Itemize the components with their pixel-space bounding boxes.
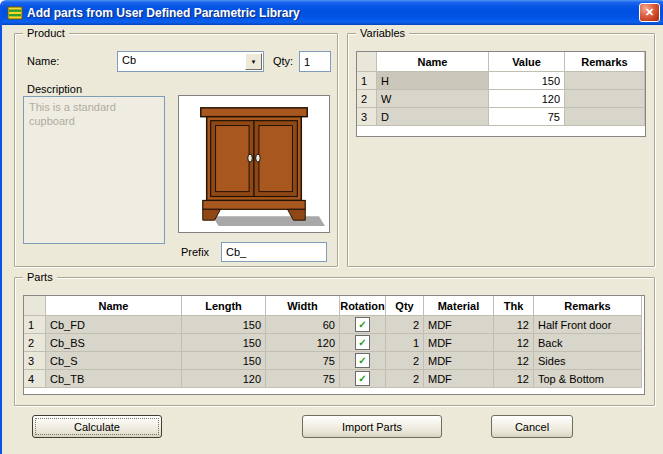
variable-value-cell[interactable]: 150 bbox=[489, 72, 565, 90]
parts-grid: Name Length Width Rotation Qty Material … bbox=[23, 295, 645, 395]
part-thk-cell[interactable]: 12 bbox=[494, 334, 534, 352]
part-rotation-cell[interactable]: ✓ bbox=[340, 352, 386, 370]
window-title: Add parts from User Defined Parametric L… bbox=[27, 6, 635, 20]
part-material-cell[interactable]: MDF bbox=[424, 352, 494, 370]
part-thk-cell[interactable]: 12 bbox=[494, 370, 534, 388]
row-number: 2 bbox=[357, 90, 377, 108]
prefix-label: Prefix bbox=[181, 246, 209, 258]
part-name-cell[interactable]: Cb_S bbox=[46, 352, 182, 370]
row-number: 3 bbox=[357, 108, 377, 126]
product-name-combobox[interactable]: Cb ▼ bbox=[117, 51, 264, 72]
name-label: Name: bbox=[27, 55, 59, 67]
variable-remarks-cell[interactable] bbox=[565, 72, 645, 90]
part-qty-cell[interactable]: 2 bbox=[386, 370, 424, 388]
part-rotation-cell[interactable]: ✓ bbox=[340, 334, 386, 352]
variables-col-remarks: Remarks bbox=[565, 52, 645, 72]
variable-name-cell[interactable]: D bbox=[377, 108, 489, 126]
part-qty-cell[interactable]: 2 bbox=[386, 316, 424, 334]
part-name-cell[interactable]: Cb_TB bbox=[46, 370, 182, 388]
part-length-cell[interactable]: 150 bbox=[182, 352, 266, 370]
row-number: 1 bbox=[24, 316, 46, 334]
rotation-checkbox[interactable]: ✓ bbox=[355, 317, 370, 332]
part-thk-cell[interactable]: 12 bbox=[494, 352, 534, 370]
title-bar[interactable]: Add parts from User Defined Parametric L… bbox=[2, 0, 663, 25]
part-width-cell[interactable]: 75 bbox=[266, 352, 340, 370]
parts-group-label: Parts bbox=[23, 271, 57, 283]
part-rotation-cell[interactable]: ✓ bbox=[340, 370, 386, 388]
variable-remarks-cell[interactable] bbox=[565, 108, 645, 126]
product-image-panel bbox=[178, 95, 330, 233]
rotation-checkbox[interactable]: ✓ bbox=[355, 371, 370, 386]
parts-col-remarks: Remarks bbox=[534, 296, 642, 316]
close-button[interactable]: ✕ bbox=[639, 3, 660, 22]
row-number: 1 bbox=[357, 72, 377, 90]
variables-group: Variables Name Value Remarks 1 H 150 2 W… bbox=[347, 33, 655, 267]
app-icon bbox=[7, 5, 23, 21]
combobox-value[interactable]: Cb bbox=[118, 52, 244, 71]
grid-corner-cell bbox=[357, 52, 377, 72]
row-number: 2 bbox=[24, 334, 46, 352]
part-remarks-cell[interactable]: Top & Bottom bbox=[534, 370, 642, 388]
row-number: 4 bbox=[24, 370, 46, 388]
calculate-button[interactable]: Calculate bbox=[32, 415, 162, 438]
cancel-button[interactable]: Cancel bbox=[491, 415, 573, 438]
product-group: Product Name: Cb ▼ Qty: Description This… bbox=[14, 33, 338, 267]
part-width-cell[interactable]: 75 bbox=[266, 370, 340, 388]
variables-col-name: Name bbox=[377, 52, 489, 72]
rotation-checkbox[interactable]: ✓ bbox=[355, 335, 370, 350]
part-rotation-cell[interactable]: ✓ bbox=[340, 316, 386, 334]
part-length-cell[interactable]: 120 bbox=[182, 370, 266, 388]
close-icon: ✕ bbox=[645, 7, 654, 18]
part-material-cell[interactable]: MDF bbox=[424, 316, 494, 334]
variable-value-cell[interactable]: 75 bbox=[489, 108, 565, 126]
qty-label: Qty: bbox=[273, 55, 293, 67]
variable-remarks-cell[interactable] bbox=[565, 90, 645, 108]
rotation-checkbox[interactable]: ✓ bbox=[355, 353, 370, 368]
parts-col-thk: Thk bbox=[494, 296, 534, 316]
part-material-cell[interactable]: MDF bbox=[424, 334, 494, 352]
part-material-cell[interactable]: MDF bbox=[424, 370, 494, 388]
prefix-input[interactable] bbox=[221, 242, 327, 262]
description-box: This is a standard cupboard bbox=[23, 96, 165, 244]
part-remarks-cell[interactable]: Back bbox=[534, 334, 642, 352]
part-remarks-cell[interactable]: Half Front door bbox=[534, 316, 642, 334]
row-number: 3 bbox=[24, 352, 46, 370]
part-qty-cell[interactable]: 2 bbox=[386, 352, 424, 370]
parts-group: Parts Name Length Width Rotation Qty Mat… bbox=[14, 277, 655, 406]
parts-col-name: Name bbox=[46, 296, 182, 316]
dialog-window: Add parts from User Defined Parametric L… bbox=[0, 0, 663, 454]
variables-grid: Name Value Remarks 1 H 150 2 W 120 3 D 7… bbox=[356, 51, 646, 137]
part-name-cell[interactable]: Cb_FD bbox=[46, 316, 182, 334]
parts-col-length: Length bbox=[182, 296, 266, 316]
parts-col-qty: Qty bbox=[386, 296, 424, 316]
part-width-cell[interactable]: 60 bbox=[266, 316, 340, 334]
product-group-label: Product bbox=[23, 27, 69, 39]
variable-name-cell[interactable]: H bbox=[377, 72, 489, 90]
parts-col-rotation: Rotation bbox=[340, 296, 386, 316]
import-parts-button[interactable]: Import Parts bbox=[302, 415, 442, 438]
description-label: Description bbox=[27, 83, 82, 95]
part-length-cell[interactable]: 150 bbox=[182, 316, 266, 334]
parts-col-material: Material bbox=[424, 296, 494, 316]
combobox-dropdown-button[interactable]: ▼ bbox=[245, 53, 262, 70]
variables-group-label: Variables bbox=[356, 27, 409, 39]
variable-name-cell[interactable]: W bbox=[377, 90, 489, 108]
chevron-down-icon: ▼ bbox=[251, 59, 257, 65]
variable-value-cell[interactable]: 120 bbox=[489, 90, 565, 108]
part-length-cell[interactable]: 150 bbox=[182, 334, 266, 352]
qty-input[interactable] bbox=[299, 51, 331, 72]
part-remarks-cell[interactable]: Sides bbox=[534, 352, 642, 370]
variables-col-value: Value bbox=[489, 52, 565, 72]
part-width-cell[interactable]: 120 bbox=[266, 334, 340, 352]
part-thk-cell[interactable]: 12 bbox=[494, 316, 534, 334]
grid-corner-cell bbox=[24, 296, 46, 316]
part-qty-cell[interactable]: 1 bbox=[386, 334, 424, 352]
parts-col-width: Width bbox=[266, 296, 340, 316]
cupboard-image bbox=[179, 96, 329, 232]
part-name-cell[interactable]: Cb_BS bbox=[46, 334, 182, 352]
